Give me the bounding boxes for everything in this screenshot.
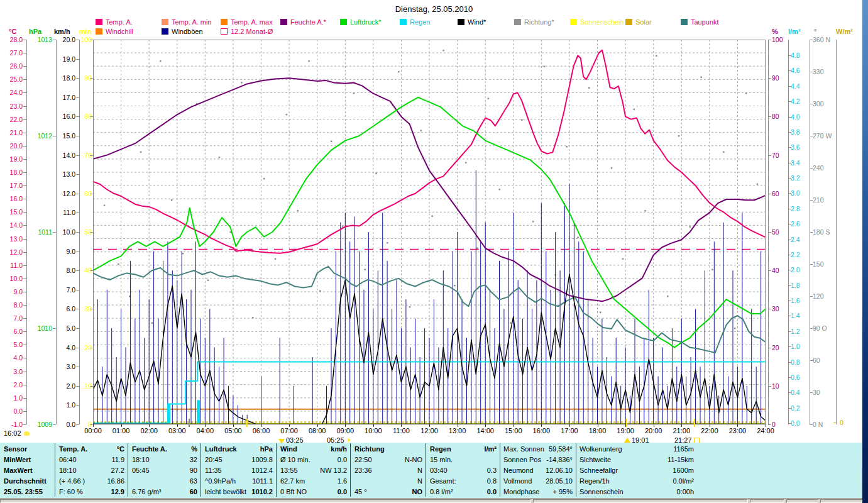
table-cell-label: Ø 10 min. bbox=[280, 455, 310, 465]
legend-item-richtung-[interactable]: Richtung* bbox=[514, 18, 554, 26]
pressure-axis-label: 1013 bbox=[38, 36, 52, 43]
windspeed-axis-tick bbox=[76, 367, 79, 367]
temp-axis-label: 24.0 bbox=[10, 89, 23, 96]
astro-tick bbox=[626, 419, 627, 427]
legend-label: Richtung* bbox=[524, 18, 554, 26]
rain-axis-label: 2.8 bbox=[791, 205, 800, 213]
status-bar-segment bbox=[820, 499, 862, 503]
legend-item-temp-a-max[interactable]: Temp. A. max bbox=[221, 18, 273, 26]
legend-item-luftdruck-[interactable]: Luftdruck* bbox=[340, 18, 382, 26]
legend-item-feuchte-a-[interactable]: Feuchte A.* bbox=[280, 18, 326, 26]
legend-item-wind-[interactable]: Wind* bbox=[458, 18, 486, 26]
temp-axis-tick bbox=[23, 40, 26, 40]
temp-axis-label: 5.0 bbox=[13, 341, 23, 348]
temp-axis-label: 27.0 bbox=[10, 49, 23, 57]
table-row: Sonnen Pos-14,836° bbox=[503, 455, 573, 465]
temp-axis-label: 11.0 bbox=[10, 262, 23, 269]
rain-axis-tick bbox=[788, 240, 791, 240]
x-axis-tick bbox=[93, 424, 94, 427]
direction-axis-tick bbox=[810, 424, 813, 425]
table-cell-value: 0:00h bbox=[676, 487, 694, 497]
x-axis-label-01-00: 01:00 bbox=[113, 427, 130, 434]
temp-axis-tick bbox=[23, 239, 26, 240]
table-cell-value: 12.9 bbox=[111, 487, 124, 497]
rain-axis-tick bbox=[788, 377, 791, 378]
x-axis-tick bbox=[373, 424, 374, 427]
x-axis-label-22-00: 22:00 bbox=[701, 427, 718, 434]
table-cell-label: 20:45 bbox=[205, 455, 222, 465]
status-bar-segment bbox=[750, 499, 784, 503]
table-row: Neumond12.06.10 bbox=[503, 465, 573, 476]
x-axis-tick bbox=[205, 424, 206, 427]
table-cell-label: Luftdruck bbox=[205, 444, 237, 455]
windspeed-axis-tick bbox=[76, 59, 79, 60]
pressure-axis-tick bbox=[53, 40, 56, 40]
table-row: Max. Sonnen59,584° bbox=[503, 444, 573, 455]
solar-axis-tick bbox=[833, 423, 836, 423]
x-axis-label-16-00: 16:00 bbox=[533, 427, 551, 434]
table-column-separator bbox=[426, 443, 426, 497]
table-cell-value: 63 bbox=[190, 476, 197, 487]
x-axis-label-19-00: 19:00 bbox=[617, 427, 634, 434]
legend-item-12-2-monat-[interactable]: 12.2 Monat-Ø bbox=[221, 28, 273, 35]
chart-plot-area[interactable] bbox=[93, 40, 766, 424]
table-row: Wolkenunterg1165m bbox=[580, 444, 694, 455]
legend-color-box bbox=[514, 19, 521, 25]
status-bar bbox=[0, 498, 862, 503]
x-axis-tick bbox=[345, 424, 346, 427]
table-column-8: Wolkenunterg1165mSichtweite11-15kmSchnee… bbox=[580, 444, 694, 497]
direction-axis-label: 150 bbox=[813, 260, 824, 268]
table-cell-value: 28.05.10 bbox=[546, 476, 573, 487]
rain-axis-label: 0.2 bbox=[791, 404, 800, 412]
legend-label: Temp. A. max bbox=[231, 18, 273, 26]
direction-axis-label: 180 S bbox=[813, 228, 830, 236]
windspeed-axis-tick bbox=[76, 405, 79, 406]
weather-app-window: Dienstag, 25.05.2010 Temp. A.Temp. A. mi… bbox=[0, 0, 868, 503]
table-cell-label: leicht bewölkt bbox=[205, 487, 246, 497]
rain-axis-label: 1.0 bbox=[791, 343, 800, 350]
legend-color-box bbox=[162, 19, 168, 25]
table-row: 18:1032 bbox=[132, 455, 197, 465]
table-cell-label: 0 Bft NO bbox=[280, 487, 307, 497]
legend-item-sonnenschein[interactable]: Sonnenschein bbox=[570, 18, 624, 26]
direction-axis-tick bbox=[810, 200, 813, 201]
legend-item-regen[interactable]: Regen bbox=[400, 18, 430, 26]
axis-unit-°: ° bbox=[814, 28, 816, 35]
windspeed-axis-tick bbox=[76, 213, 79, 213]
temp-axis-tick bbox=[23, 146, 26, 146]
windspeed-axis-tick bbox=[76, 348, 79, 348]
direction-axis-tick bbox=[810, 136, 813, 136]
temp-axis-tick bbox=[23, 318, 26, 319]
axis-unit-Wm²: W/m² bbox=[836, 28, 853, 35]
direction-axis-tick bbox=[810, 264, 813, 265]
table-row: 03:400.3 bbox=[430, 465, 497, 476]
pressure-axis-label: 1011 bbox=[38, 228, 52, 236]
legend-color-box bbox=[96, 19, 102, 25]
x-axis-label-02-00: 02:00 bbox=[140, 427, 158, 434]
table-cell-label: 6.76 g/m³ bbox=[132, 487, 161, 497]
direction-axis-label: 120 bbox=[813, 292, 824, 300]
table-cell-label: 03:40 bbox=[430, 465, 448, 476]
table-cell-label: Neumond bbox=[503, 465, 534, 476]
legend-item-temp-a-[interactable]: Temp. A. bbox=[96, 18, 133, 26]
legend-item-solar[interactable]: Solar bbox=[625, 18, 652, 26]
legend-item-windchill[interactable]: Windchill bbox=[96, 28, 133, 35]
humidity-axis-tick bbox=[768, 194, 771, 194]
legend-item-temp-a-min[interactable]: Temp. A. min bbox=[162, 18, 212, 26]
table-cell-label: 23:36 bbox=[354, 465, 372, 476]
table-row: Sonnenschein0:00h bbox=[580, 487, 694, 497]
table-cell-value: 11.9 bbox=[111, 455, 124, 465]
table-cell-value: 90 bbox=[190, 465, 197, 476]
pressure-axis-tick bbox=[53, 328, 56, 329]
x-axis-tick bbox=[598, 424, 598, 427]
legend-item-taupunkt[interactable]: Taupunkt bbox=[681, 18, 719, 26]
legend-label: 12.2 Monat-Ø bbox=[231, 28, 273, 35]
table-column-5: Richtung22:50N-NO23:36NN45 °NO bbox=[354, 444, 422, 497]
x-axis-tick bbox=[485, 424, 486, 427]
temp-axis-label: 17.0 bbox=[10, 182, 23, 189]
direction-axis-label: 0 N bbox=[813, 421, 823, 428]
windspeed-axis-tick bbox=[76, 232, 79, 233]
table-cell-value: hPa bbox=[260, 444, 273, 455]
rain-axis-label: 4.8 bbox=[791, 52, 800, 59]
legend-item-windb-en[interactable]: Windböen bbox=[162, 28, 203, 35]
